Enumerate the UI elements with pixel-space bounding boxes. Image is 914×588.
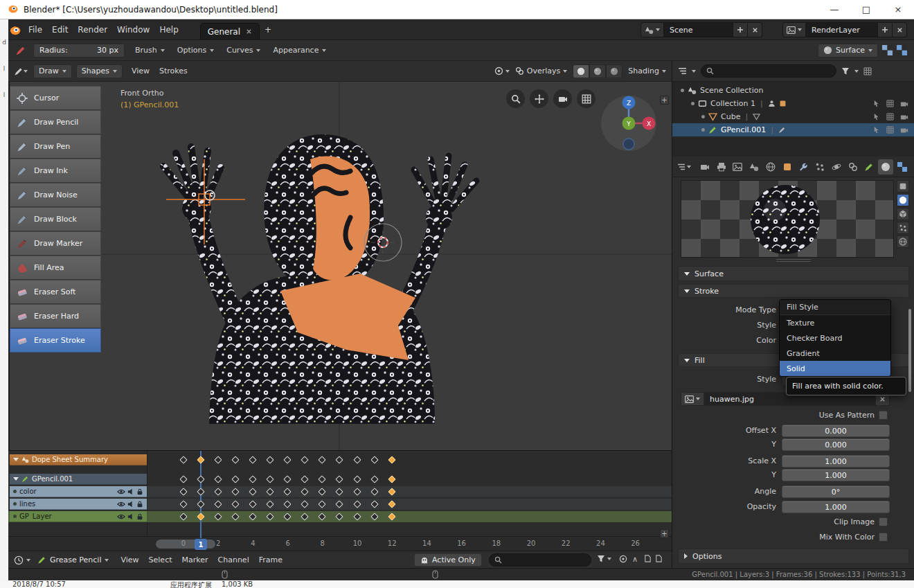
scene-name-field[interactable]: Scene <box>664 22 733 37</box>
current-frame-indicator[interactable]: 1 <box>195 539 207 550</box>
minimize-button[interactable]: — <box>818 0 850 19</box>
dropdown-appearance[interactable]: Appearance <box>267 46 332 55</box>
region-expand-button[interactable]: + <box>660 96 669 105</box>
preview-hair-button[interactable] <box>897 222 909 234</box>
dope-sheet[interactable]: 024681012141618202224261 Dope Sheet Summ… <box>8 450 672 551</box>
keyframe-diamond[interactable] <box>197 456 204 463</box>
tool-draw-ink[interactable]: Draw Ink <box>10 159 101 183</box>
region-expand-button[interactable]: + <box>660 529 669 538</box>
timeline-ruler[interactable]: 024681012141618202224261 <box>8 536 672 551</box>
expand-icon[interactable] <box>13 477 19 481</box>
keyframe-diamond[interactable] <box>231 475 239 483</box>
tab-modifiers[interactable] <box>796 159 812 175</box>
channel-dope-sheet-summary[interactable]: Dope Sheet Summary <box>10 454 147 465</box>
tool-draw-marker[interactable]: Draw Marker <box>10 231 101 256</box>
dopesheet-search-input[interactable] <box>489 553 591 567</box>
dropdown-brush[interactable]: Brush <box>129 46 171 55</box>
scene-add-button[interactable] <box>733 22 748 37</box>
menu-edit[interactable]: Edit <box>47 19 73 39</box>
expand-dot-icon[interactable] <box>701 128 705 132</box>
orthographic-button[interactable] <box>577 89 595 108</box>
keyframe-diamond[interactable] <box>301 475 309 483</box>
menu-item-checker-board[interactable]: Checker Board <box>780 330 890 346</box>
copy-keyframes-button[interactable] <box>644 555 652 562</box>
render-layer-browse-button[interactable] <box>782 22 806 37</box>
menu-help[interactable]: Help <box>154 19 183 39</box>
move-button[interactable] <box>530 89 548 108</box>
menu-strokes[interactable]: Strokes <box>154 61 192 81</box>
keyframe-diamond[interactable] <box>249 456 256 463</box>
preview-world-button[interactable] <box>897 235 909 248</box>
tab-material[interactable] <box>878 159 893 175</box>
proportional-edit-button[interactable] <box>619 555 627 563</box>
keyframe-diamond[interactable] <box>266 456 274 463</box>
render-layer-name-field[interactable]: RenderLayer <box>806 22 878 37</box>
paste-keyframes-button[interactable] <box>655 555 663 562</box>
keyframe-diamond[interactable] <box>370 475 378 483</box>
shading-rendered-button[interactable] <box>606 64 622 78</box>
dropdown-curves[interactable]: Curves <box>220 46 267 55</box>
menu-marker[interactable]: Marker <box>177 551 213 569</box>
expand-dot-icon[interactable] <box>701 115 705 118</box>
gizmo-x-label[interactable]: X <box>647 121 651 127</box>
menu-window[interactable]: Window <box>112 19 154 39</box>
scene-browse-button[interactable] <box>640 22 664 37</box>
keyframe-diamond[interactable] <box>283 456 291 463</box>
keyframe-diamond[interactable] <box>336 475 343 483</box>
expand-dot-icon[interactable] <box>681 89 684 92</box>
panel-stroke[interactable]: Stroke <box>678 284 909 298</box>
radius-field[interactable]: Radius: 30 px <box>33 44 125 57</box>
shading-popover[interactable]: Shading <box>628 66 666 75</box>
channel-gpencil-001[interactable]: GPencil.001 <box>10 474 147 485</box>
tool-draw-pen[interactable]: Draw Pen <box>10 134 101 159</box>
keyframe-diamond[interactable] <box>283 475 291 483</box>
surface-material-dropdown[interactable]: Surface <box>818 44 878 57</box>
scene-unlink-button[interactable] <box>748 22 762 37</box>
scale-y-field[interactable]: 1.000 <box>782 469 890 481</box>
keyframe-diamond[interactable] <box>353 475 361 483</box>
offset-y-field[interactable]: 0.000 <box>782 438 890 451</box>
add-workspace-button[interactable]: + <box>260 19 276 39</box>
zoom-button[interactable] <box>506 89 525 108</box>
keyframe-diamond[interactable] <box>388 456 395 463</box>
panel-options[interactable]: Options <box>678 549 909 564</box>
menu-item-gradient[interactable]: Gradient <box>780 346 890 361</box>
menu-view[interactable]: View <box>127 61 154 81</box>
camera-view-button[interactable] <box>553 89 572 108</box>
opacity-field[interactable]: 1.000 <box>782 501 890 513</box>
tool-draw-pencil[interactable]: Draw Pencil <box>10 110 101 134</box>
outliner-search-input[interactable] <box>701 64 836 78</box>
dopesheet-mode-dropdown[interactable]: Grease Pencil <box>33 555 113 564</box>
shading-solid-button[interactable] <box>573 64 589 78</box>
viewport-3d[interactable]: CursorDraw PencilDraw PenDraw InkDraw No… <box>10 82 672 450</box>
keyframe-diamond[interactable] <box>214 456 222 463</box>
panel-resize-handle[interactable] <box>776 259 811 262</box>
outliner-row-cube[interactable]: Cube| <box>672 110 914 123</box>
keyframe-diamond[interactable] <box>370 456 378 463</box>
scale-x-field[interactable]: 1.000 <box>782 455 890 467</box>
shapes-dropdown[interactable]: Shapes <box>76 64 123 78</box>
outliner-row-collection-1[interactable]: Collection 1| <box>672 97 914 110</box>
keyframe-diamond[interactable] <box>266 475 274 483</box>
navigation-gizmo[interactable]: Z X Y <box>598 92 660 154</box>
proportional-edit-button[interactable] <box>494 66 510 75</box>
tool-fill-area[interactable]: Fill Area <box>10 256 101 280</box>
tab-object[interactable] <box>780 159 795 175</box>
menu-frame[interactable]: Frame <box>254 551 287 569</box>
tab-texture[interactable] <box>895 159 910 175</box>
render-layer-unlink-button[interactable] <box>893 22 907 37</box>
dropdown-options[interactable]: Options <box>171 46 220 55</box>
maximize-button[interactable]: □ <box>850 0 882 19</box>
expand-dot-icon[interactable] <box>691 102 695 105</box>
expand-icon[interactable] <box>13 458 19 461</box>
workspace-tab-general[interactable]: General <box>200 23 260 39</box>
close-button[interactable]: × <box>882 0 914 19</box>
gizmo-z-label[interactable]: Z <box>627 100 631 107</box>
overlays-dropdown[interactable]: Overlays <box>515 66 568 75</box>
keyframe-diamond[interactable] <box>336 456 343 463</box>
tab-render[interactable] <box>697 159 713 175</box>
menu-channel[interactable]: Channel <box>213 551 254 569</box>
shading-material-button[interactable] <box>589 64 606 78</box>
active-only-toggle[interactable]: Active Only <box>414 553 482 567</box>
channel-color[interactable]: color <box>10 486 147 497</box>
